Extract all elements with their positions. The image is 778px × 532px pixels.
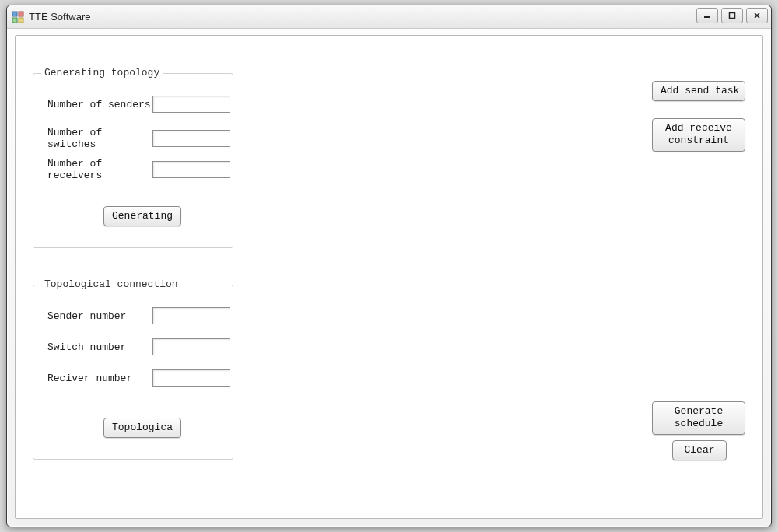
maximize-button[interactable] [721,8,743,23]
close-button[interactable] [746,8,768,23]
svg-rect-5 [730,13,735,19]
receiver-number-input[interactable] [152,369,230,387]
svg-rect-3 [19,18,23,23]
row-number-of-receivers: Number of receivers [47,158,230,181]
minimize-button[interactable] [696,8,718,23]
number-of-receivers-label: Number of receivers [47,158,152,181]
row-number-of-switches: Number of switches [47,127,230,150]
app-window: TTE Software Generating topology Number … [6,5,772,527]
number-of-senders-label: Number of senders [47,99,152,110]
number-of-receivers-input[interactable] [152,161,230,178]
svg-rect-0 [12,12,17,16]
sender-number-input[interactable] [152,307,230,324]
topological-connection-legend: Topological connection [41,278,181,290]
titlebar: TTE Software [7,5,771,29]
number-of-switches-label: Number of switches [47,127,152,150]
topologica-button[interactable]: Topologica [103,418,181,438]
row-number-of-senders: Number of senders [47,96,230,113]
svg-rect-1 [19,12,23,16]
client-area: Generating topology Number of senders Nu… [15,35,763,519]
generating-topology-legend: Generating topology [41,67,163,79]
sender-number-label: Sender number [47,310,152,322]
number-of-senders-input[interactable] [152,96,230,113]
row-switch-number: Switch number [47,338,230,355]
topological-connection-group: Topological connection Sender number Swi… [33,285,233,460]
add-send-task-button[interactable]: Add send task [652,81,745,101]
row-receiver-number: Reciver number [47,369,230,387]
receiver-number-label: Reciver number [47,373,152,384]
switch-number-label: Switch number [47,341,152,353]
generate-schedule-button[interactable]: Generate schedule [652,401,745,435]
window-controls [696,8,768,23]
number-of-switches-input[interactable] [152,130,230,147]
app-icon [12,11,24,23]
row-sender-number: Sender number [47,307,230,324]
svg-rect-2 [12,18,17,23]
switch-number-input[interactable] [152,338,230,355]
add-receive-constraint-button[interactable]: Add receive constraint [652,118,745,152]
generating-button[interactable]: Generating [103,206,181,226]
window-title: TTE Software [29,11,90,23]
clear-button[interactable]: Clear [672,440,727,460]
generating-topology-group: Generating topology Number of senders Nu… [33,73,233,248]
